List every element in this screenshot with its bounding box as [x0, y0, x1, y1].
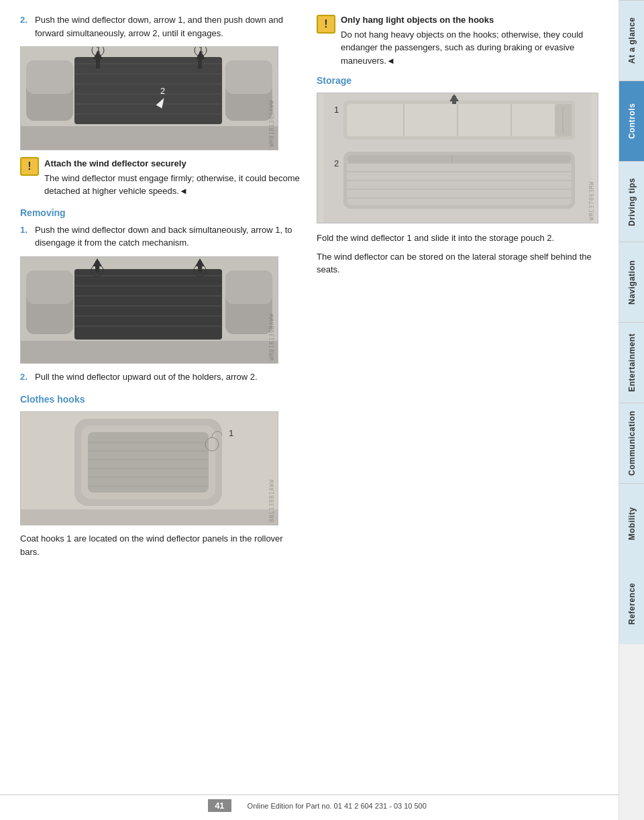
- tab-at-a-glance[interactable]: At a glance: [619, 0, 644, 81]
- wind-deflector-remove-image: 2 2 WM01B13GBAWW: [20, 256, 278, 364]
- storage-caption-1: Fold the wind deflector 1 and slide it i…: [317, 232, 598, 245]
- svg-text:2: 2: [160, 86, 165, 96]
- storage-svg: 1 2: [317, 93, 598, 223]
- clothes-hooks-heading: Clothes hooks: [20, 394, 303, 405]
- removing-svg: 2 2: [21, 257, 278, 363]
- svg-text:2: 2: [198, 264, 203, 274]
- warning-hooks-title: Only hang light objects on the hooks: [341, 13, 598, 27]
- storage-caption-2: The wind deflector can be stored on the …: [317, 250, 598, 276]
- warning-hooks-body: Do not hang heavy objects on the hooks; …: [341, 30, 583, 66]
- step-remove-2-text: Pull the wind deflector upward out of th…: [35, 370, 258, 384]
- image-watermark-3: BNL13BB1AWW: [269, 479, 275, 522]
- step-2-text: Push the wind deflector down, arrow 1, a…: [35, 13, 303, 40]
- sidebar-tabs: At a glance Controls Driving tips Naviga…: [619, 0, 644, 820]
- step-remove-2-number: 2.: [20, 370, 31, 384]
- wind-deflector-install-image: 1 1 2 WM01B13G5AWW: [20, 46, 278, 150]
- svg-text:1: 1: [96, 47, 101, 54]
- page-number: 41: [208, 799, 231, 812]
- tab-communication[interactable]: Communication: [619, 403, 644, 483]
- svg-rect-60: [347, 104, 572, 136]
- svg-rect-56: [21, 509, 278, 525]
- svg-text:1: 1: [334, 105, 339, 115]
- image-watermark-1: WM01B13G5AWW: [269, 100, 275, 147]
- storage-heading: Storage: [317, 75, 598, 86]
- step-remove-1: 1. Push the wind deflector down and back…: [20, 223, 303, 250]
- svg-rect-47: [88, 432, 209, 493]
- svg-text:2: 2: [334, 158, 339, 168]
- svg-rect-14: [96, 59, 100, 68]
- svg-rect-11: [225, 60, 272, 94]
- warning-attach-title: Attach the wind deflector securely: [44, 157, 303, 170]
- warning-attach-securely: ! Attach the wind deflector securely The…: [20, 157, 303, 198]
- svg-rect-2: [26, 60, 73, 94]
- clothes-hooks-svg: 1: [21, 412, 278, 525]
- removing-heading: Removing: [20, 207, 303, 218]
- clothes-hooks-caption: Coat hooks 1 are located on the wind def…: [20, 532, 303, 558]
- clothes-hooks-image: 1 BNL13BB1AWW: [20, 411, 278, 525]
- footer-text-right: Online Edition for Part no. 01 41 2 604 …: [248, 802, 427, 810]
- right-column: ! Only hang light objects on the hooks D…: [317, 13, 598, 793]
- page-footer: 41 Online Edition for Part no. 01 41 2 6…: [0, 795, 619, 812]
- svg-text:2: 2: [95, 264, 100, 274]
- warning-icon-2: !: [317, 15, 335, 34]
- warning-attach-body: The wind deflector must engage firmly; o…: [44, 173, 300, 197]
- warning-hooks-block: ! Only hang light objects on the hooks D…: [317, 13, 598, 67]
- step-remove-2: 2. Pull the wind deflector upward out of…: [20, 370, 303, 384]
- svg-rect-12: [21, 126, 278, 150]
- tab-driving-tips[interactable]: Driving tips: [619, 161, 644, 242]
- svg-rect-34: [225, 270, 272, 304]
- image-watermark-storage: WMC37063MW: [589, 181, 595, 220]
- step-remove-1-number: 1.: [20, 223, 31, 250]
- main-content: 2. Push the wind deflector down, arrow 1…: [0, 0, 619, 820]
- image-watermark-2: WM01B13GBAWW: [269, 313, 275, 360]
- svg-rect-76: [347, 155, 572, 163]
- storage-image: 1 2: [317, 93, 598, 223]
- warning-attach-text: Attach the wind deflector securely The w…: [44, 157, 303, 198]
- svg-rect-26: [74, 269, 222, 340]
- left-column: 2. Push the wind deflector down, arrow 1…: [20, 13, 303, 793]
- tab-mobility[interactable]: Mobility: [619, 483, 644, 564]
- warning-hooks-text: Only hang light objects on the hooks Do …: [341, 13, 598, 67]
- svg-text:1: 1: [229, 428, 233, 438]
- step-remove-1-text: Push the wind deflector down and back si…: [35, 223, 303, 250]
- tab-entertainment[interactable]: Entertainment: [619, 322, 644, 403]
- page-container: 2. Push the wind deflector down, arrow 1…: [0, 0, 644, 820]
- wind-deflector-install-svg: 1 1 2: [21, 47, 278, 150]
- tab-navigation[interactable]: Navigation: [619, 242, 644, 322]
- tab-controls[interactable]: Controls: [619, 81, 644, 161]
- step-2-install: 2. Push the wind deflector down, arrow 1…: [20, 13, 303, 40]
- svg-rect-18: [198, 59, 202, 68]
- tab-reference[interactable]: Reference: [619, 564, 644, 644]
- step-2-number: 2.: [20, 13, 31, 40]
- warning-icon-1: !: [20, 157, 39, 176]
- svg-text:1: 1: [199, 47, 203, 54]
- svg-rect-35: [21, 341, 278, 363]
- svg-rect-25: [26, 270, 73, 304]
